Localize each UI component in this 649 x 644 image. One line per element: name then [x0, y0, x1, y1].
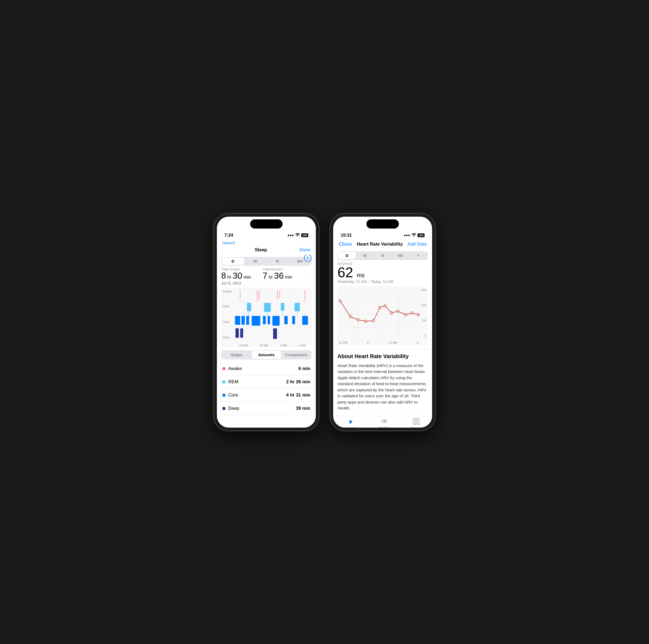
time-4am: 4 AM — [299, 344, 306, 347]
svg-point-51 — [397, 310, 399, 312]
wifi-icon-hrv — [412, 233, 416, 238]
core-name: Core — [228, 392, 286, 398]
hrv-period-tabs: D W M 6M Y — [338, 251, 428, 260]
stage-core: Core 4 hr 31 min — [221, 389, 311, 402]
hrv-label-100: 100 — [421, 304, 426, 307]
awake-name: Awake — [228, 366, 299, 371]
stage-awake: Awake 6 min — [221, 362, 311, 376]
stage-deep: Deep 39 min — [221, 402, 311, 415]
hrv-label-150: 150 — [421, 289, 426, 292]
tab-W[interactable]: W — [244, 257, 267, 265]
hrv-nav-bar: Back Heart Rate Variability Add Data — [333, 241, 432, 249]
svg-rect-26 — [292, 316, 295, 324]
svg-rect-14 — [247, 303, 251, 311]
svg-rect-12 — [279, 290, 280, 298]
svg-rect-24 — [272, 316, 279, 326]
label-rem: REM — [223, 305, 232, 308]
tab-amounts[interactable]: Amounts — [252, 351, 281, 359]
hrv-value: 62 ms — [338, 265, 428, 280]
svg-point-44 — [349, 315, 351, 317]
tab-sharing[interactable]: Sharing — [379, 418, 389, 428]
label-awake: Awake — [223, 290, 232, 293]
svg-point-48 — [379, 306, 381, 309]
sharing-icon — [381, 418, 388, 425]
hrv-chart: 150 100 50 0 — [338, 286, 428, 345]
tab-stages[interactable]: Stages — [222, 351, 252, 359]
tab-M[interactable]: M — [266, 257, 289, 265]
stage-rem: REM 2 hr 26 min — [221, 376, 311, 389]
deep-duration: 39 min — [296, 406, 310, 411]
svg-point-50 — [390, 312, 393, 314]
svg-rect-19 — [242, 316, 245, 325]
hrv-time-6b: 6 — [417, 341, 419, 344]
hrv-time-6: 6 — [367, 341, 369, 344]
sleep-content: D W M 6M TIME IN BED 8 hr 30 min TIME AS… — [217, 255, 316, 428]
hrv-tab-M[interactable]: M — [374, 252, 392, 259]
svg-rect-10 — [259, 290, 260, 300]
hrv-back-button[interactable]: Back — [339, 242, 352, 247]
svg-rect-13 — [304, 290, 305, 301]
svg-rect-8 — [240, 290, 241, 299]
battery-sleep: 100 — [301, 233, 308, 237]
svg-rect-57 — [413, 419, 416, 421]
svg-rect-22 — [263, 316, 266, 324]
sleep-chart-svg — [233, 290, 309, 339]
info-button[interactable]: i — [304, 255, 311, 262]
svg-rect-32 — [235, 328, 239, 338]
svg-rect-34 — [273, 328, 277, 339]
svg-point-53 — [411, 312, 413, 314]
svg-rect-20 — [246, 316, 249, 325]
about-hrv-section: About Heart Rate Variability Heart Rate … — [333, 349, 432, 416]
time-in-bed-value: 8 hr 30 min — [221, 271, 263, 281]
stage-list: Awake 6 min REM 2 hr 26 min Core 4 hr 31… — [221, 362, 311, 415]
rem-duration: 2 hr 26 min — [286, 379, 310, 385]
dynamic-island-hrv — [366, 219, 399, 228]
hrv-tab-Y[interactable]: Y — [409, 252, 427, 259]
hrv-label-50: 50 — [421, 319, 426, 322]
time-2am: 2 AM — [280, 344, 287, 347]
svg-rect-15 — [264, 303, 271, 312]
tab-D[interactable]: D — [222, 257, 244, 265]
status-icons-hrv: ●●● 100 — [404, 233, 425, 238]
search-back-sleep[interactable]: Search — [222, 241, 235, 245]
hrv-chart-svg — [338, 289, 420, 341]
time-in-bed-col: TIME IN BED 8 hr 30 min — [221, 268, 263, 281]
svg-rect-25 — [284, 316, 288, 324]
sleep-stats-row: TIME IN BED 8 hr 30 min TIME ASLEEP 7 hr… — [221, 268, 311, 281]
hrv-tab-6M[interactable]: 6M — [392, 252, 409, 259]
svg-rect-17 — [295, 303, 300, 311]
sleep-period-tabs: D W M 6M — [221, 257, 311, 266]
time-hrv: 10:31 — [341, 233, 352, 238]
hrv-time-12pm: 12 PM — [339, 341, 347, 344]
hrv-tab-W[interactable]: W — [356, 252, 374, 259]
tab-browse[interactable]: Browse — [411, 418, 421, 428]
awake-dot — [222, 367, 225, 370]
summary-icon: ♥ — [349, 418, 352, 426]
hrv-label-0: 0 — [421, 334, 426, 337]
svg-rect-60 — [417, 422, 419, 424]
label-deep: Deep — [223, 336, 232, 339]
svg-rect-59 — [413, 422, 416, 424]
svg-point-52 — [404, 313, 407, 316]
about-hrv-title: About Heart Rate Variability — [338, 353, 428, 359]
chart-x-labels: 10 PM 12 AM 2 AM 4 AM — [233, 343, 311, 347]
svg-rect-23 — [268, 316, 270, 324]
hrv-tab-bar: ♥ Summary Sharing Browse — [333, 416, 432, 428]
tab-summary[interactable]: ♥ Summary — [344, 418, 357, 428]
sleep-done-button[interactable]: Done — [299, 247, 310, 253]
tab-comparisons[interactable]: Comparisons — [281, 351, 311, 359]
browse-icon — [413, 418, 420, 426]
about-hrv-text: Heart Rate Variability (HRV) is a measur… — [338, 363, 428, 412]
time-12am: 12 AM — [260, 344, 268, 347]
hrv-add-data-button[interactable]: Add Data — [407, 242, 427, 247]
svg-point-54 — [417, 313, 420, 316]
core-duration: 4 hr 31 min — [286, 392, 310, 398]
svg-point-46 — [365, 320, 367, 323]
svg-rect-33 — [240, 328, 243, 338]
svg-rect-58 — [417, 419, 419, 421]
svg-point-49 — [384, 305, 386, 307]
svg-rect-9 — [257, 290, 258, 301]
signal-icon: ●●● — [288, 233, 294, 237]
hrv-tab-D[interactable]: D — [338, 252, 356, 259]
sleep-chart: Awake REM Core Deep — [221, 288, 311, 347]
